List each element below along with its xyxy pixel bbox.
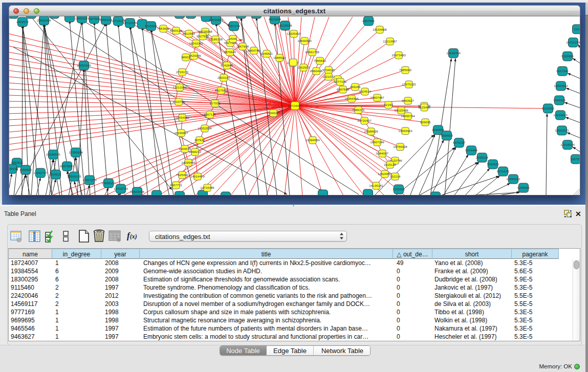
svg-text:20364436: 20364436 <box>344 97 359 100</box>
svg-text:15751074: 15751074 <box>566 40 580 44</box>
svg-text:9327508: 9327508 <box>197 34 209 38</box>
svg-text:1733416: 1733416 <box>393 187 405 191</box>
svg-text:9242845: 9242845 <box>221 63 233 67</box>
svg-text:7625402: 7625402 <box>176 173 189 177</box>
svg-text:16033809: 16033809 <box>209 18 223 21</box>
svg-text:18807249: 18807249 <box>370 140 384 144</box>
svg-text:10807487: 10807487 <box>370 96 384 99</box>
svg-text:9227342: 9227342 <box>556 69 569 73</box>
svg-text:10973493: 10973493 <box>391 53 406 57</box>
svg-text:116753: 116753 <box>571 157 580 161</box>
svg-text:10654112: 10654112 <box>506 177 520 181</box>
svg-text:1640954: 1640954 <box>432 128 445 132</box>
svg-text:13720407: 13720407 <box>357 119 372 122</box>
svg-text:6479197: 6479197 <box>453 141 466 144</box>
svg-text:19300257: 19300257 <box>266 111 280 115</box>
svg-text:19384564: 19384564 <box>306 138 320 142</box>
svg-text:1615132: 1615132 <box>384 163 397 166</box>
svg-text:1362615: 1362615 <box>297 65 310 69</box>
svg-text:16640910: 16640910 <box>297 39 312 42</box>
svg-text:16961758: 16961758 <box>305 50 319 54</box>
svg-text:9657771: 9657771 <box>170 183 183 187</box>
svg-text:8660123: 8660123 <box>170 29 183 32</box>
svg-text:16543362: 16543362 <box>189 41 203 45</box>
svg-text:14099483: 14099483 <box>181 161 195 164</box>
svg-text:7357274: 7357274 <box>228 24 241 28</box>
svg-text:12353594: 12353594 <box>198 126 212 130</box>
svg-text:17975115: 17975115 <box>402 82 416 86</box>
svg-text:19756928: 19756928 <box>393 145 407 148</box>
svg-text:16154808: 16154808 <box>373 28 387 31</box>
svg-text:17359924: 17359924 <box>69 150 83 154</box>
svg-text:20053346: 20053346 <box>77 63 91 67</box>
svg-text:19218506: 19218506 <box>278 24 292 27</box>
svg-text:10653267: 10653267 <box>75 16 89 20</box>
svg-text:2803144: 2803144 <box>217 76 230 79</box>
svg-text:19166827: 19166827 <box>174 131 188 135</box>
svg-text:9384067: 9384067 <box>376 151 389 155</box>
svg-text:10688609: 10688609 <box>364 129 378 133</box>
svg-text:7955812: 7955812 <box>314 59 326 62</box>
svg-text:7515526: 7515526 <box>145 24 158 28</box>
svg-text:7632621: 7632621 <box>487 162 499 166</box>
svg-text:1327602: 1327602 <box>88 17 101 20</box>
svg-text:7663822: 7663822 <box>157 27 170 30</box>
svg-text:1112: 1112 <box>574 27 580 31</box>
svg-text:114519: 114519 <box>51 172 61 176</box>
svg-text:12505135: 12505135 <box>67 174 81 178</box>
svg-text:13654923: 13654923 <box>398 129 412 133</box>
svg-text:2718170: 2718170 <box>176 70 189 74</box>
svg-text:16648784: 16648784 <box>446 51 461 55</box>
svg-text:8427552: 8427552 <box>215 89 228 92</box>
svg-text:387832: 387832 <box>194 138 205 142</box>
svg-text:12213967: 12213967 <box>383 39 397 43</box>
svg-text:8267130: 8267130 <box>204 113 216 116</box>
svg-text:15692971: 15692971 <box>555 128 569 132</box>
svg-text:3875645: 3875645 <box>224 50 236 54</box>
svg-text:2546: 2546 <box>229 37 236 40</box>
svg-text:14914479: 14914479 <box>190 174 205 178</box>
svg-text:13716485: 13716485 <box>200 186 214 189</box>
svg-text:17957253: 17957253 <box>82 178 97 182</box>
svg-text:9498212: 9498212 <box>189 150 202 154</box>
svg-text:7386372: 7386372 <box>352 108 365 112</box>
svg-text:6466102: 6466102 <box>100 18 113 21</box>
svg-text:16713155: 16713155 <box>123 21 137 25</box>
svg-text:8471676: 8471676 <box>497 169 510 173</box>
svg-text:9463627: 9463627 <box>402 99 415 102</box>
svg-text:8912954: 8912954 <box>183 32 195 35</box>
svg-text:12093822: 12093822 <box>554 84 568 87</box>
svg-text:17016504: 17016504 <box>560 143 575 146</box>
svg-text:9146821: 9146821 <box>260 52 273 55</box>
svg-text:18724007: 18724007 <box>288 104 302 107</box>
svg-text:939695: 939695 <box>420 120 431 124</box>
svg-text:90975887: 90975887 <box>60 164 74 168</box>
svg-text:2687682: 2687682 <box>362 19 375 23</box>
svg-text:2967608: 2967608 <box>236 45 249 48</box>
svg-text:9474444: 9474444 <box>465 148 478 152</box>
svg-text:2439154: 2439154 <box>9 167 18 170</box>
svg-text:98901: 98901 <box>181 55 190 59</box>
svg-text:1621072: 1621072 <box>322 75 335 78</box>
svg-text:5938923: 5938923 <box>441 134 453 137</box>
svg-text:18186328: 18186328 <box>208 37 223 41</box>
svg-text:12213369: 12213369 <box>172 85 187 89</box>
svg-text:6897508: 6897508 <box>337 87 350 91</box>
svg-text:9777109: 9777109 <box>334 80 347 83</box>
svg-text:10782759: 10782759 <box>114 187 128 190</box>
svg-text:8454749: 8454749 <box>248 49 260 52</box>
svg-text:8990448: 8990448 <box>310 69 323 73</box>
svg-text:14136141: 14136141 <box>369 184 383 187</box>
svg-text:2935114: 2935114 <box>476 156 488 159</box>
svg-text:10025438: 10025438 <box>394 108 408 112</box>
svg-text:10654962: 10654962 <box>175 116 189 119</box>
svg-text:1588520: 1588520 <box>273 56 286 59</box>
svg-text:9115460: 9115460 <box>418 105 430 109</box>
svg-text:7485063: 7485063 <box>399 68 412 72</box>
svg-text:10958157: 10958157 <box>101 181 116 185</box>
svg-text:817006: 817006 <box>210 101 221 105</box>
svg-text:3024514: 3024514 <box>359 90 372 93</box>
svg-text:1156829: 1156829 <box>19 168 32 171</box>
svg-text:26206576: 26206576 <box>46 152 60 156</box>
svg-text:8215955: 8215955 <box>542 106 555 110</box>
